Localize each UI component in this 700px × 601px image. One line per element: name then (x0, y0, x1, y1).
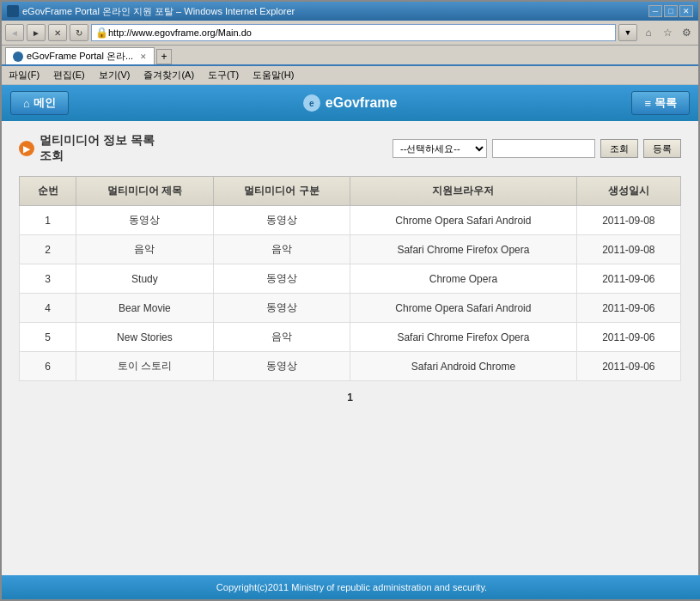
cell-title: Bear Movie (76, 294, 213, 323)
window-title-text: eGovFrame Portal 온라인 지원 포탈 – Windows Int… (22, 5, 295, 18)
cell-title: 음악 (76, 235, 213, 264)
data-table: 순번 멀티미디어 제목 멀티미디어 구분 지원브라우저 생성일시 1 동영상 동… (19, 176, 681, 381)
address-bar: 🔒 (91, 24, 616, 41)
home-button[interactable]: ⌂ (640, 24, 657, 41)
menu-view[interactable]: 보기(V) (95, 68, 134, 82)
cell-date: 2011-09-06 (576, 352, 680, 381)
nav-bar: ◄ ► ✕ ↻ 🔒 ▼ ⌂ ☆ ⚙ (2, 21, 698, 45)
nav-icons: ⌂ ☆ ⚙ (640, 24, 695, 41)
egovframe-logo: e (303, 94, 320, 112)
stop-button[interactable]: ✕ (48, 24, 67, 41)
search-controls: --선택하세요-- 조회 등록 (393, 139, 681, 158)
table-row[interactable]: 3 Study 동영상 Chrome Opera 2011-09-06 (20, 264, 681, 294)
tab-favicon (13, 52, 23, 62)
refresh-button[interactable]: ↻ (70, 24, 88, 41)
search-button[interactable]: 조회 (600, 139, 638, 158)
cell-num: 5 (20, 323, 76, 352)
active-tab[interactable]: eGovFrame Portal 온라... ✕ (5, 47, 155, 64)
cell-category: 동영상 (213, 352, 350, 381)
menu-edit[interactable]: 편집(E) (50, 68, 88, 82)
main-button-label: 메인 (33, 95, 56, 111)
menu-help[interactable]: 도움말(H) (249, 68, 297, 82)
cell-date: 2011-09-06 (576, 323, 680, 352)
app-header: ⌂ 메인 e eGovframe ≡ 목록 (2, 85, 698, 121)
browser-toolbar: ◄ ► ✕ ↻ 🔒 ▼ ⌂ ☆ ⚙ (2, 21, 698, 46)
menu-icon: ≡ (644, 97, 651, 110)
header-center: e eGovframe (303, 94, 398, 112)
table-row[interactable]: 5 New Stories 음악 Safari Chrome Firefox O… (20, 323, 681, 352)
col-category: 멀티미디어 구분 (213, 177, 350, 206)
col-num: 순번 (20, 177, 76, 206)
register-button[interactable]: 등록 (643, 139, 681, 158)
cell-category: 음악 (213, 235, 350, 264)
category-select[interactable]: --선택하세요-- (393, 139, 487, 158)
footer: Copyright(c)2011 Ministry of republic ad… (2, 575, 698, 599)
cell-browser: Safari Chrome Firefox Opera (350, 235, 577, 264)
cell-browser: Safari Chrome Firefox Opera (350, 323, 577, 352)
menu-list-button[interactable]: ≡ 목록 (631, 91, 690, 115)
forward-button[interactable]: ► (27, 24, 46, 41)
menu-bar: 파일(F) 편집(E) 보기(V) 즐겨찾기(A) 도구(T) 도움말(H) (2, 66, 698, 85)
cell-date: 2011-09-08 (576, 235, 680, 264)
window-titlebar: eGovFrame Portal 온라인 지원 포탈 – Windows Int… (2, 2, 698, 21)
col-date: 생성일시 (576, 177, 680, 206)
tools-button[interactable]: ⚙ (678, 24, 695, 41)
cell-category: 동영상 (213, 206, 350, 235)
minimize-button[interactable]: ─ (648, 5, 662, 17)
table-row[interactable]: 4 Bear Movie 동영상 Chrome Opera Safari And… (20, 294, 681, 323)
page-header: ▶ 멀티미디어 정보 목록 조회 --선택하세요-- 조회 등록 (19, 133, 681, 164)
tab-close-button[interactable]: ✕ (140, 52, 147, 61)
menu-favorites[interactable]: 즐겨찾기(A) (140, 68, 198, 82)
address-search-button[interactable]: ▼ (618, 24, 637, 41)
window-title-left: eGovFrame Portal 온라인 지원 포탈 – Windows Int… (7, 5, 295, 18)
window-controls[interactable]: ─ □ ✕ (648, 5, 693, 17)
favorites-button[interactable]: ☆ (659, 24, 676, 41)
page-number-1[interactable]: 1 (340, 390, 360, 405)
cell-browser: Chrome Opera (350, 264, 577, 294)
cell-browser: Chrome Opera Safari Android (350, 294, 577, 323)
header-left: ⌂ 메인 (10, 91, 69, 115)
header-right: ≡ 목록 (631, 91, 690, 115)
cell-date: 2011-09-08 (576, 206, 680, 235)
cell-title: 동영상 (76, 206, 213, 235)
close-button[interactable]: ✕ (679, 5, 693, 17)
back-button[interactable]: ◄ (5, 24, 24, 41)
page-title: 멀티미디어 정보 목록 조회 (40, 133, 155, 164)
address-input[interactable] (108, 27, 612, 38)
main-content: ▶ 멀티미디어 정보 목록 조회 --선택하세요-- 조회 등록 (2, 121, 698, 599)
cell-num: 6 (20, 352, 76, 381)
cell-num: 2 (20, 235, 76, 264)
cell-title: Study (76, 264, 213, 294)
page-title-block: ▶ 멀티미디어 정보 목록 조회 (19, 133, 155, 164)
browser-window: eGovFrame Portal 온라인 지원 포탈 – Windows Int… (0, 0, 700, 601)
cell-num: 3 (20, 264, 76, 294)
menu-tools[interactable]: 도구(T) (204, 68, 242, 82)
table-row[interactable]: 6 토이 스토리 동영상 Safari Android Chrome 2011-… (20, 352, 681, 381)
cell-title: New Stories (76, 323, 213, 352)
menu-file[interactable]: 파일(F) (5, 68, 43, 82)
col-title: 멀티미디어 제목 (76, 177, 213, 206)
cell-date: 2011-09-06 (576, 264, 680, 294)
cell-num: 1 (20, 206, 76, 235)
main-button[interactable]: ⌂ 메인 (10, 91, 69, 115)
page-title-line2: 조회 (40, 149, 155, 164)
cell-category: 동영상 (213, 264, 350, 294)
browser-content: ⌂ 메인 e eGovframe ≡ 목록 ▶ (2, 85, 698, 599)
cell-browser: Chrome Opera Safari Android (350, 206, 577, 235)
tab-label: eGovFrame Portal 온라... (27, 50, 133, 63)
new-tab-button[interactable]: + (156, 49, 172, 64)
address-favicon: 🔒 (95, 27, 108, 39)
cell-title: 토이 스토리 (76, 352, 213, 381)
search-input[interactable] (492, 139, 595, 158)
cell-category: 동영상 (213, 294, 350, 323)
maximize-button[interactable]: □ (664, 5, 678, 17)
cell-category: 음악 (213, 323, 350, 352)
table-row[interactable]: 1 동영상 동영상 Chrome Opera Safari Android 20… (20, 206, 681, 235)
footer-text: Copyright(c)2011 Ministry of republic ad… (216, 582, 487, 592)
col-browser: 지원브라우저 (350, 177, 577, 206)
ie-icon (7, 5, 19, 17)
table-row[interactable]: 2 음악 음악 Safari Chrome Firefox Opera 2011… (20, 235, 681, 264)
table-header: 순번 멀티미디어 제목 멀티미디어 구분 지원브라우저 생성일시 (20, 177, 681, 206)
cell-browser: Safari Android Chrome (350, 352, 577, 381)
table-body: 1 동영상 동영상 Chrome Opera Safari Android 20… (20, 206, 681, 381)
